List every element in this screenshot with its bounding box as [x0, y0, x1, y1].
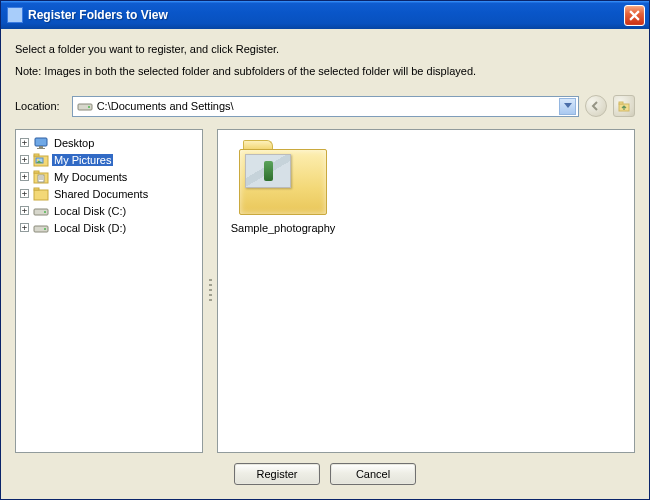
drive-icon: [33, 203, 49, 219]
desktop-icon: [33, 135, 49, 151]
tree-item-label: Local Disk (D:): [52, 222, 128, 234]
back-icon: [590, 100, 602, 112]
folder-view[interactable]: Sample_photography: [217, 129, 635, 453]
drive-icon: [77, 98, 93, 114]
tree-item[interactable]: +My Documents: [18, 168, 200, 185]
expander-icon[interactable]: +: [20, 189, 29, 198]
documents-icon: [33, 169, 49, 185]
dialog-window: Register Folders to View Select a folder…: [0, 0, 650, 500]
pictures-icon: [33, 152, 49, 168]
location-label: Location:: [15, 100, 60, 112]
up-folder-button[interactable]: [613, 95, 635, 117]
svg-rect-16: [34, 190, 48, 200]
dropdown-arrow[interactable]: [559, 98, 576, 115]
cancel-button[interactable]: Cancel: [330, 463, 416, 485]
tree-item[interactable]: +Local Disk (C:): [18, 202, 200, 219]
svg-rect-19: [44, 211, 46, 213]
expander-icon[interactable]: +: [20, 172, 29, 181]
tree-item[interactable]: +My Pictures: [18, 151, 200, 168]
button-row: Register Cancel: [15, 453, 635, 489]
splitter-grip-icon: [209, 279, 212, 303]
tree-item-label: Local Disk (C:): [52, 205, 128, 217]
svg-rect-12: [34, 171, 39, 173]
tree-item-label: My Documents: [52, 171, 129, 183]
back-button[interactable]: [585, 95, 607, 117]
folder-tree[interactable]: +Desktop+My Pictures+My Documents+Shared…: [15, 129, 203, 453]
chevron-down-icon: [564, 103, 572, 109]
expander-icon[interactable]: +: [20, 223, 29, 232]
svg-rect-1: [88, 106, 90, 108]
tree-item[interactable]: +Local Disk (D:): [18, 219, 200, 236]
svg-rect-21: [44, 228, 46, 230]
app-icon: [7, 7, 23, 23]
tree-item-label: My Pictures: [52, 154, 113, 166]
expander-icon[interactable]: +: [20, 138, 29, 147]
splitter[interactable]: [203, 129, 217, 453]
svg-rect-6: [37, 148, 45, 149]
location-row: Location: C:\Documents and Settings\: [15, 95, 635, 117]
location-path: C:\Documents and Settings\: [97, 100, 559, 112]
content-area: Select a folder you want to register, an…: [1, 29, 649, 499]
folder-caption: Sample_photography: [228, 222, 338, 234]
tree-item-label: Desktop: [52, 137, 96, 149]
tree-item[interactable]: +Desktop: [18, 134, 200, 151]
drive-icon: [33, 220, 49, 236]
tree-item-label: Shared Documents: [52, 188, 150, 200]
note-text: Note: Images in both the selected folder…: [15, 65, 635, 77]
folder-icon: [33, 186, 49, 202]
svg-rect-3: [619, 102, 623, 104]
close-button[interactable]: [624, 5, 645, 26]
folder-thumbnail: [235, 140, 331, 218]
close-icon: [629, 10, 640, 21]
svg-rect-17: [34, 188, 39, 190]
register-button[interactable]: Register: [234, 463, 320, 485]
instruction-text: Select a folder you want to register, an…: [15, 43, 635, 55]
tree-item[interactable]: +Shared Documents: [18, 185, 200, 202]
svg-rect-8: [34, 154, 39, 156]
up-folder-icon: [617, 99, 631, 113]
folder-preview-icon: [245, 154, 291, 188]
window-title: Register Folders to View: [28, 8, 624, 22]
svg-rect-5: [39, 146, 43, 148]
expander-icon[interactable]: +: [20, 155, 29, 164]
folder-item[interactable]: Sample_photography: [228, 140, 338, 234]
location-combobox[interactable]: C:\Documents and Settings\: [72, 96, 579, 117]
expander-icon[interactable]: +: [20, 206, 29, 215]
svg-rect-4: [35, 138, 47, 146]
svg-point-10: [37, 159, 39, 161]
panes: +Desktop+My Pictures+My Documents+Shared…: [15, 129, 635, 453]
titlebar[interactable]: Register Folders to View: [1, 1, 649, 29]
